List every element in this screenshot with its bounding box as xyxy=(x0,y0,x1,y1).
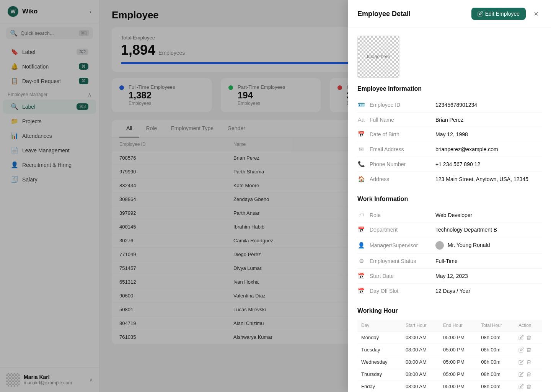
detail-body: Image here Employee Information 🪪 Employ… xyxy=(348,28,551,392)
info-row-email: ✉ Email Address brianperez@example.com xyxy=(357,142,542,157)
wh-row: Thursday 08:00 AM 05:00 PM 08h 00m xyxy=(357,368,542,381)
dayoff-slot-label: Day Off Slot xyxy=(370,288,431,294)
wh-total: 08h 00m xyxy=(477,368,515,381)
edit-row-icon[interactable] xyxy=(518,335,524,340)
delete-row-icon[interactable] xyxy=(526,384,531,389)
status-label: Employment Status xyxy=(370,258,431,264)
wh-col-action: Action xyxy=(515,320,542,332)
startdate-icon: 📅 xyxy=(357,273,365,279)
working-hour-tbody: Monday 08:00 AM 05:00 PM 08h 00m Tuesday… xyxy=(357,332,542,392)
wh-end: 05:00 PM xyxy=(439,381,477,392)
startdate-label: Start Date xyxy=(370,273,431,279)
address-label: Address xyxy=(370,176,431,182)
address-value: 123 Main Street, Anytown, USA, 12345 xyxy=(435,176,528,182)
wh-col-start: Start Hour xyxy=(402,320,439,332)
wh-day: Tuesday xyxy=(357,344,402,356)
employee-id-value: 12345678901234 xyxy=(435,102,477,108)
info-row-status: ⚙ Employment Status Full-Time xyxy=(357,254,542,269)
wh-day: Friday xyxy=(357,381,402,392)
wh-actions xyxy=(515,368,542,381)
wh-actions xyxy=(515,381,542,392)
wh-total: 08h 00m xyxy=(477,356,515,368)
wh-header-row: Day Start Hour End Hour Total Hour Actio… xyxy=(357,320,542,332)
wh-actions xyxy=(515,356,542,368)
work-info-section: Work Information 🏷 Role Web Developer 📅 … xyxy=(357,196,542,298)
address-icon: 🏠 xyxy=(357,176,365,183)
working-hour-section: Working Hour Day Start Hour End Hour Tot… xyxy=(357,307,542,392)
dob-icon: 📅 xyxy=(357,131,365,138)
delete-row-icon[interactable] xyxy=(526,372,531,377)
dept-label: Department xyxy=(370,227,431,233)
full-name-label: Full Name xyxy=(370,117,431,123)
wh-start: 08:00 AM xyxy=(402,356,439,368)
role-icon: 🏷 xyxy=(357,212,365,218)
info-row-full-name: Aa Full Name Brian Perez xyxy=(357,113,542,127)
wh-end: 05:00 PM xyxy=(439,368,477,381)
full-name-icon: Aa xyxy=(357,116,365,123)
wh-col-end: End Hour xyxy=(439,320,477,332)
info-row-startdate: 📅 Start Date May 12, 2023 xyxy=(357,269,542,284)
wh-actions xyxy=(515,332,542,344)
edit-icon xyxy=(478,11,483,16)
edit-employee-button[interactable]: Edit Employee xyxy=(471,8,526,20)
email-value: brianperez@example.com xyxy=(435,146,498,152)
wh-start: 08:00 AM xyxy=(402,381,439,392)
info-row-dayoff: 📅 Day Off Slot 12 Days / Year xyxy=(357,284,542,298)
info-row-manager: 👤 Manager/Supervisor Mr. Young Ronald xyxy=(357,237,542,254)
email-label: Email Address xyxy=(370,146,431,152)
edit-row-icon[interactable] xyxy=(518,384,524,389)
phone-label: Phone Number xyxy=(370,161,431,167)
delete-row-icon[interactable] xyxy=(526,359,531,365)
email-icon: ✉ xyxy=(357,146,365,153)
employee-detail-panel: Employee Detail Edit Employee × Image he… xyxy=(348,0,551,392)
wh-start: 08:00 AM xyxy=(402,344,439,356)
employee-info-title: Employee Information xyxy=(357,85,542,92)
wh-total: 08h 00m xyxy=(477,381,515,392)
employee-id-icon: 🪪 xyxy=(357,101,365,108)
edit-row-icon[interactable] xyxy=(518,372,524,377)
full-name-value: Brian Perez xyxy=(435,117,463,123)
wh-end: 05:00 PM xyxy=(439,344,477,356)
dob-value: May 12, 1998 xyxy=(435,131,468,137)
wh-row: Tuesday 08:00 AM 05:00 PM 08h 00m xyxy=(357,344,542,356)
delete-row-icon[interactable] xyxy=(526,335,531,340)
info-row-employee-id: 🪪 Employee ID 12345678901234 xyxy=(357,98,542,113)
wh-total: 08h 00m xyxy=(477,344,515,356)
edit-row-icon[interactable] xyxy=(518,359,524,365)
working-hour-table: Day Start Hour End Hour Total Hour Actio… xyxy=(357,320,542,392)
role-label: Role xyxy=(370,212,431,218)
wh-col-day: Day xyxy=(357,320,402,332)
detail-header: Employee Detail Edit Employee × xyxy=(348,0,551,28)
delete-row-icon[interactable] xyxy=(526,347,531,353)
role-value: Web Developer xyxy=(435,212,472,218)
phone-icon: 📞 xyxy=(357,161,365,168)
manager-label: Manager/Supervisor xyxy=(370,242,431,248)
wh-row: Wednesday 08:00 AM 05:00 PM 08h 00m xyxy=(357,356,542,368)
wh-day: Monday xyxy=(357,332,402,344)
edit-row-icon[interactable] xyxy=(518,347,524,353)
status-icon: ⚙ xyxy=(357,258,365,265)
dept-icon: 📅 xyxy=(357,226,365,233)
employee-image-placeholder: Image here xyxy=(357,36,399,78)
info-row-address: 🏠 Address 123 Main Street, Anytown, USA,… xyxy=(357,172,542,186)
dept-value: Technology Department B xyxy=(435,227,497,233)
wh-start: 08:00 AM xyxy=(402,368,439,381)
manager-icon: 👤 xyxy=(357,242,365,249)
wh-actions xyxy=(515,344,542,356)
employee-id-label: Employee ID xyxy=(370,102,431,108)
dob-label: Date of Birth xyxy=(370,131,431,137)
phone-value: +1 234 567 890 12 xyxy=(435,161,480,167)
work-info-title: Work Information xyxy=(357,196,542,203)
dayoff-slot-value: 12 Days / Year xyxy=(435,288,470,294)
detail-title: Employee Detail xyxy=(357,10,411,18)
close-detail-button[interactable]: × xyxy=(530,8,542,20)
info-row-role: 🏷 Role Web Developer xyxy=(357,208,542,222)
wh-row: Monday 08:00 AM 05:00 PM 08h 00m xyxy=(357,332,542,344)
working-hour-title: Working Hour xyxy=(357,307,542,314)
manager-avatar xyxy=(435,241,444,250)
employee-info-section: Employee Information 🪪 Employee ID 12345… xyxy=(357,85,542,186)
wh-start: 08:00 AM xyxy=(402,332,439,344)
detail-actions: Edit Employee × xyxy=(471,8,542,20)
wh-end: 05:00 PM xyxy=(439,356,477,368)
wh-row: Friday 08:00 AM 05:00 PM 08h 00m xyxy=(357,381,542,392)
